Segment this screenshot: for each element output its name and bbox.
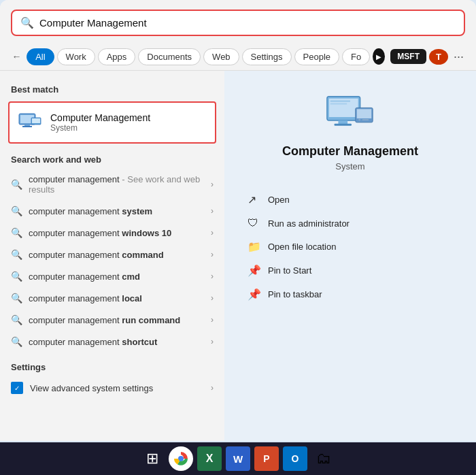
tab-apps[interactable]: Apps bbox=[98, 48, 136, 65]
back-button[interactable]: ← bbox=[10, 47, 24, 66]
suggestion-arrow-4: › bbox=[211, 272, 214, 281]
best-match-item[interactable]: Computer Management System bbox=[8, 101, 216, 144]
suggestion-search-icon: 🔍 bbox=[11, 249, 22, 260]
start-button[interactable]: ⊞ bbox=[140, 446, 165, 471]
suggestion-item[interactable]: 🔍 computer management cmd › bbox=[0, 265, 224, 287]
suggestion-item[interactable]: 🔍 computer management shortcut › bbox=[0, 331, 224, 353]
action-pinstart-label: Pin to Start bbox=[268, 265, 311, 276]
action-open-file-location[interactable]: 📁 Open file location bbox=[245, 235, 456, 259]
pin-start-icon: 📌 bbox=[248, 264, 261, 277]
suggestion-arrow-5: › bbox=[211, 293, 214, 303]
search-input-wrapper[interactable]: 🔍 bbox=[11, 10, 465, 36]
play-button[interactable]: ▶ bbox=[373, 48, 385, 65]
svg-point-14 bbox=[358, 118, 360, 120]
svg-rect-9 bbox=[330, 103, 347, 105]
svg-rect-13 bbox=[357, 109, 371, 118]
suggestion-item[interactable]: 🔍 computer management windows 10 › bbox=[0, 222, 224, 244]
shield-icon: 🛡 bbox=[248, 217, 261, 229]
action-run-as-admin[interactable]: 🛡 Run as administrator bbox=[245, 212, 456, 235]
search-results-label: Search work and web bbox=[0, 150, 224, 169]
word-icon[interactable]: W bbox=[226, 446, 250, 471]
tab-settings[interactable]: Settings bbox=[242, 48, 292, 65]
search-panel: 🔍 ← All Work Apps Documents Web Settings… bbox=[0, 0, 476, 441]
suggestion-text-0: computer management - See work and web r… bbox=[29, 174, 204, 195]
search-input[interactable] bbox=[39, 17, 456, 29]
computer-mgmt-small-icon bbox=[18, 110, 44, 135]
best-match-text: Computer Management System bbox=[50, 112, 150, 133]
svg-rect-8 bbox=[330, 101, 350, 102]
svg-rect-3 bbox=[22, 126, 32, 127]
action-list: ↗ Open 🛡 Run as administrator 📁 Open fil… bbox=[238, 188, 462, 306]
settings-item-text: View advanced system settings bbox=[30, 383, 204, 393]
suggestion-item[interactable]: 🔍 computer management command › bbox=[0, 244, 224, 265]
excel-icon[interactable]: X bbox=[197, 446, 222, 471]
action-pintaskbar-label: Pin to taskbar bbox=[268, 289, 322, 299]
suggestion-item[interactable]: 🔍 computer management run command › bbox=[0, 309, 224, 331]
settings-item[interactable]: ✓ View advanced system settings › bbox=[0, 376, 224, 399]
suggestion-text-7: computer management shortcut bbox=[29, 337, 204, 347]
taskbar: ⊞ X W P O 🗂 bbox=[0, 442, 476, 475]
action-pin-to-start[interactable]: 📌 Pin to Start bbox=[245, 259, 456, 282]
settings-section-label: Settings bbox=[0, 358, 224, 376]
suggestion-search-icon: 🔍 bbox=[11, 293, 22, 304]
action-open[interactable]: ↗ Open bbox=[245, 188, 456, 212]
suggestion-search-icon: 🔍 bbox=[11, 271, 22, 282]
powerpoint-icon[interactable]: P bbox=[254, 446, 279, 471]
pin-taskbar-icon: 📌 bbox=[248, 288, 261, 301]
suggestion-search-icon: 🔍 bbox=[11, 336, 22, 347]
suggestion-text-5: computer management local bbox=[29, 293, 204, 304]
suggestion-search-icon: 🔍 bbox=[11, 179, 22, 190]
best-match-title: Computer Management bbox=[50, 112, 150, 123]
search-icon: 🔍 bbox=[20, 16, 34, 29]
computer-mgmt-large-icon bbox=[324, 91, 377, 144]
suggestion-search-icon: 🔍 bbox=[11, 206, 22, 216]
tab-work[interactable]: Work bbox=[57, 48, 95, 65]
best-match-subtitle: System bbox=[50, 123, 150, 133]
suggestion-arrow-0: › bbox=[211, 180, 214, 189]
right-panel: Computer Management System ↗ Open 🛡 Run … bbox=[224, 71, 476, 441]
left-panel: Best match Computer Management Syst bbox=[0, 71, 224, 441]
suggestion-arrow-2: › bbox=[211, 228, 214, 238]
t-avatar[interactable]: T bbox=[429, 49, 448, 65]
suggestion-text-4: computer management cmd bbox=[29, 272, 204, 282]
file-explorer-icon[interactable]: 🗂 bbox=[311, 446, 336, 471]
svg-rect-15 bbox=[362, 119, 369, 120]
folder-icon: 📁 bbox=[248, 240, 261, 253]
action-admin-label: Run as administrator bbox=[268, 218, 350, 229]
suggestion-arrow-1: › bbox=[211, 206, 214, 216]
best-match-label: Best match bbox=[0, 80, 224, 99]
action-fileloc-label: Open file location bbox=[268, 242, 336, 252]
suggestion-text-1: computer management system bbox=[29, 206, 204, 216]
tab-documents[interactable]: Documents bbox=[138, 48, 201, 65]
right-panel-subtitle: System bbox=[335, 161, 364, 171]
suggestion-item[interactable]: 🔍 computer management local › bbox=[0, 287, 224, 309]
suggestion-text-3: computer management command bbox=[29, 250, 204, 260]
tab-all[interactable]: All bbox=[27, 48, 54, 65]
search-bar-area: 🔍 bbox=[0, 0, 476, 43]
suggestion-arrow-3: › bbox=[211, 250, 214, 259]
open-icon: ↗ bbox=[248, 193, 261, 206]
settings-arrow: › bbox=[211, 383, 214, 393]
suggestion-text-6: computer management run command bbox=[29, 315, 204, 325]
best-match-app-icon bbox=[18, 110, 44, 135]
msft-badge[interactable]: MSFT bbox=[390, 49, 426, 64]
suggestion-search-icon: 🔍 bbox=[11, 227, 22, 238]
tab-people[interactable]: People bbox=[294, 48, 339, 65]
main-content: Best match Computer Management Syst bbox=[0, 71, 476, 441]
tab-fo[interactable]: Fo bbox=[342, 48, 370, 65]
svg-rect-11 bbox=[335, 124, 352, 126]
suggestion-arrow-7: › bbox=[211, 337, 214, 346]
svg-rect-5 bbox=[32, 118, 40, 123]
settings-checkbox-icon: ✓ bbox=[11, 382, 23, 394]
suggestion-search-icon: 🔍 bbox=[11, 314, 22, 325]
suggestion-item[interactable]: 🔍 computer management system › bbox=[0, 200, 224, 222]
more-button[interactable]: ··· bbox=[451, 50, 466, 64]
tab-web[interactable]: Web bbox=[203, 48, 239, 65]
suggestion-item[interactable]: 🔍 computer management - See work and web… bbox=[0, 169, 224, 200]
nav-tabs: ← All Work Apps Documents Web Settings P… bbox=[0, 43, 476, 71]
outlook-icon[interactable]: O bbox=[283, 446, 307, 471]
chrome-icon[interactable] bbox=[169, 446, 193, 471]
suggestion-arrow-6: › bbox=[211, 315, 214, 325]
action-pin-to-taskbar[interactable]: 📌 Pin to taskbar bbox=[245, 282, 456, 306]
suggestion-text-2: computer management windows 10 bbox=[29, 228, 204, 238]
